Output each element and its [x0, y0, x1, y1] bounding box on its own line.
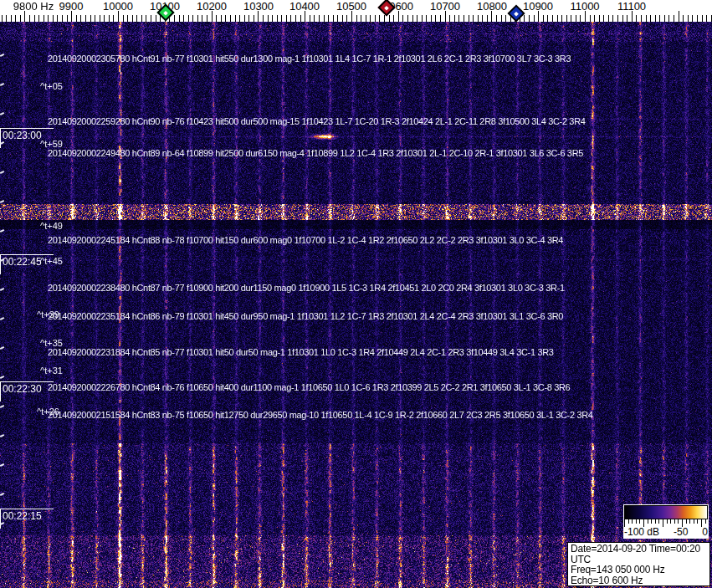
axis-minor-tick — [314, 15, 315, 22]
detection-log-line: 20140920002249480 hCnt89 nb-64 f10899 hi… — [48, 148, 583, 158]
axis-minor-tick — [11, 15, 12, 22]
axis-minor-tick — [674, 15, 674, 22]
axis-minor-tick — [239, 15, 240, 22]
time-offset-mark: ^t+35 — [40, 338, 63, 348]
axis-minor-tick — [370, 15, 371, 22]
axis-minor-tick — [319, 15, 320, 22]
axis-minor-tick — [188, 15, 189, 22]
axis-minor-tick — [449, 15, 450, 22]
axis-minor-tick — [127, 15, 128, 22]
axis-minor-tick — [80, 15, 81, 22]
detection-log-line: 20140920002259280 hCnt90 nb-76 f10423 hi… — [48, 116, 586, 126]
axis-minor-tick — [458, 15, 459, 22]
axis-minor-tick — [641, 15, 642, 22]
timestamp-label: 00:23:00 — [0, 128, 54, 148]
axis-minor-tick — [599, 15, 600, 22]
axis-minor-tick — [668, 15, 669, 22]
axis-minor-tick — [702, 15, 703, 22]
db-scale-labels: -100 dB -50 0 — [624, 527, 708, 537]
axis-minor-tick — [603, 15, 604, 22]
db-label-max: 0 — [702, 527, 708, 537]
axis-minor-tick — [655, 15, 656, 22]
frequency-axis: 9800 Hz990010000101001020010300104001050… — [0, 0, 712, 22]
axis-minor-tick — [612, 15, 613, 22]
axis-minor-tick — [706, 15, 707, 22]
axis-minor-tick — [571, 15, 571, 22]
meteor-echo-spectrogram-window: 9800 Hz990010000101001020010300104001050… — [0, 0, 712, 588]
axis-frequency-label: 10500 — [336, 0, 366, 13]
axis-minor-tick — [580, 15, 581, 22]
detection-log-line: 20140920002238480 hCnt87 nb-77 f10900 hi… — [48, 283, 565, 293]
status-info-box: Date=2014-09-20 Time=00:20 UTC Freq=143 … — [567, 542, 710, 586]
axis-minor-tick — [435, 15, 436, 22]
axis-minor-tick — [179, 15, 180, 22]
axis-minor-tick — [281, 15, 282, 22]
axis-minor-tick — [547, 15, 548, 22]
axis-minor-tick — [333, 15, 334, 22]
axis-minor-tick — [543, 15, 544, 22]
axis-minor-tick — [566, 15, 567, 22]
axis-minor-tick — [324, 15, 325, 22]
detection-log-line: 20140920002305780 hCnt91 nb-77 f10301 hi… — [48, 54, 571, 64]
axis-minor-tick — [636, 15, 637, 22]
db-label-mid: -50 — [674, 527, 688, 537]
axis-minor-tick — [207, 15, 207, 22]
axis-minor-tick — [356, 15, 357, 22]
axis-frequency-label: 10300 — [243, 0, 274, 13]
axis-minor-tick — [141, 15, 142, 22]
axis-minor-tick — [422, 15, 423, 22]
time-offset-mark: ^t+39 — [37, 309, 59, 320]
axis-minor-tick — [478, 15, 479, 22]
axis-minor-tick — [109, 15, 110, 22]
axis-minor-tick — [254, 15, 254, 22]
axis-minor-tick — [29, 15, 30, 22]
axis-frequency-label: 11100 — [617, 0, 646, 13]
axis-minor-tick — [402, 15, 403, 22]
axis-minor-tick — [650, 15, 651, 22]
time-offset-mark: ^t+49 — [40, 221, 63, 231]
axis-minor-tick — [6, 15, 7, 22]
axis-minor-tick — [464, 15, 464, 22]
detection-log-line: 20140920002231884 hCnt85 nb-77 f10301 hi… — [48, 347, 554, 357]
axis-frequency-label: 11000 — [570, 0, 599, 13]
axis-minor-tick — [361, 15, 361, 22]
axis-minor-tick — [123, 15, 124, 22]
axis-minor-tick — [156, 15, 156, 22]
time-offset-mark: ^t+26 — [37, 406, 59, 417]
axis-minor-tick — [268, 15, 269, 22]
axis-minor-tick — [646, 15, 647, 22]
axis-minor-tick — [100, 15, 100, 22]
axis-minor-tick — [20, 15, 21, 22]
axis-minor-tick — [277, 15, 278, 22]
axis-minor-tick — [417, 15, 417, 22]
marker-center-dot — [163, 10, 168, 15]
time-offset-mark: ^t+31 — [40, 366, 63, 376]
axis-minor-tick — [692, 15, 693, 22]
axis-minor-tick — [230, 15, 231, 22]
axis-minor-tick — [337, 15, 338, 22]
axis-minor-tick — [576, 15, 576, 22]
axis-minor-tick — [594, 15, 595, 22]
axis-minor-tick — [85, 15, 86, 22]
axis-minor-tick — [375, 15, 376, 22]
axis-minor-tick — [263, 15, 264, 22]
axis-minor-tick — [38, 15, 39, 22]
axis-minor-tick — [300, 15, 301, 22]
marker-center-dot — [384, 5, 389, 10]
db-scale-minor-ticks — [624, 519, 708, 524]
axis-minor-tick — [683, 15, 684, 22]
axis-minor-tick — [557, 15, 558, 22]
axis-minor-tick — [202, 15, 202, 22]
axis-minor-tick — [384, 15, 385, 22]
axis-minor-tick — [469, 15, 469, 22]
spectrogram-waterfall — [0, 22, 712, 588]
axis-minor-tick — [286, 15, 287, 22]
axis-minor-tick — [183, 15, 184, 22]
axis-frequency-label: 9800 Hz — [13, 0, 54, 13]
axis-minor-tick — [57, 15, 58, 22]
axis-minor-tick — [534, 15, 535, 22]
axis-minor-tick — [90, 15, 91, 22]
marker-center-dot — [514, 11, 519, 16]
axis-minor-tick — [132, 15, 133, 22]
axis-minor-tick — [192, 15, 193, 22]
